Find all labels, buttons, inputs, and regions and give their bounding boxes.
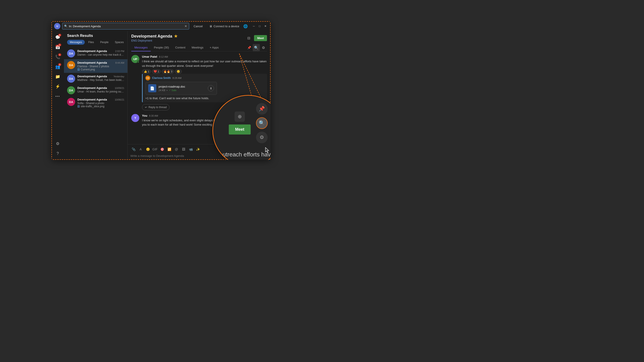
search-header-button[interactable]: 🔍 [253, 44, 260, 51]
zoom-pin-button[interactable]: 📌 [256, 103, 268, 115]
screenshot-button[interactable]: ⊟ [245, 34, 252, 41]
result-preview-5: Sofia - Shared a photo [77, 102, 124, 105]
zoom-settings-button[interactable]: ⚙ [256, 132, 268, 143]
app-window: U 🔍 ✕ Cancel 🖥 Connect to a device 🌐 ─ □… [52, 21, 270, 160]
settings-icon: ⚙ [56, 141, 60, 146]
ai-button[interactable]: ✨ [195, 146, 201, 152]
result-preview-1: Darren - can anyone help me track down o… [77, 53, 124, 56]
edge-icon: 🌐 [243, 24, 248, 28]
clear-search-button[interactable]: ✕ [184, 24, 187, 28]
filter-tab-messages[interactable]: Messages [67, 40, 85, 45]
filter-tab-people[interactable]: People [98, 40, 111, 45]
pin-header-icon[interactable]: 📌 [246, 44, 253, 51]
gif-button[interactable]: GIF [152, 146, 158, 152]
sidebar-item-files[interactable]: 📁 [53, 72, 62, 81]
mention-button[interactable]: @ [173, 146, 180, 152]
tab-apps[interactable]: + Apps [206, 44, 222, 51]
search-input[interactable] [69, 24, 183, 28]
reply-thread-button[interactable]: ↩ Reply to thread [142, 104, 170, 110]
minimize-button[interactable]: ─ [251, 24, 256, 28]
result-item-1[interactable]: DA Development Agenda 2:03 PM Darren - c… [64, 48, 128, 59]
zoom-meet-button[interactable]: Meet [229, 124, 250, 134]
heart-count: 1 [158, 70, 159, 73]
result-time-3: Yesterday [113, 75, 124, 78]
result-content-2: Development Agenda 8:44 AM Clarissa - Sh… [77, 61, 124, 71]
loop-button[interactable]: 🔁 [166, 146, 172, 152]
help-icon: ? [56, 151, 59, 156]
result-name-5: Development Agenda [77, 98, 107, 101]
reaction-fire[interactable]: 🔥🔥 3 [162, 69, 174, 74]
tab-messages[interactable]: Messages [131, 44, 151, 51]
result-item-2[interactable]: DA Development Agenda 8:44 AM Clarissa -… [64, 59, 128, 73]
quoted-author: Clarissa Smith [152, 76, 170, 79]
sidebar-item-calendar[interactable]: 📅 1 [53, 43, 62, 52]
meet-button[interactable]: Meet [254, 35, 267, 41]
result-item-3[interactable]: DA Development Agenda Yesterday Matthew … [64, 73, 128, 84]
cancel-button[interactable]: Cancel [191, 24, 205, 29]
sidebar-item-help[interactable]: ? [53, 149, 62, 158]
tab-content[interactable]: Content [172, 44, 188, 51]
image-button[interactable]: 🖼 [180, 146, 187, 152]
zoom-search-button[interactable]: 🔍 [256, 117, 268, 129]
format-button[interactable]: A [138, 146, 144, 152]
search-results-header: Search Results [64, 31, 128, 39]
result-file-2: 🖼 Current.png [77, 68, 124, 71]
video-button[interactable]: 📹 [188, 146, 194, 152]
chat-subtitle[interactable]: ENG Deployment [131, 39, 178, 42]
result-time-4: 10/09/21 [115, 87, 124, 89]
sidebar-item-chat[interactable]: 💬 5 [53, 33, 62, 42]
result-header-4: Development Agenda 10/09/21 [77, 86, 124, 90]
tab-meetings[interactable]: Meetings [188, 44, 206, 51]
result-avatar-2: DA [67, 61, 75, 69]
result-preview-4: Umar - Hi team, thanks for joining our f… [77, 90, 124, 93]
quoted-avatar: CS [145, 75, 150, 80]
file-size: 24 KB [158, 89, 165, 92]
result-content-3: Development Agenda Yesterday Matthew - H… [77, 75, 124, 81]
result-name-1: Development Agenda [77, 49, 107, 53]
result-content-5: Development Agenda 10/06/21 Sofia - Shar… [77, 98, 124, 108]
close-button[interactable]: ✕ [263, 24, 268, 28]
chat-tabs: Messages People (30) Content Meetings + … [131, 44, 267, 51]
tab-people[interactable]: People (30) [151, 44, 172, 51]
cursor-indicator [265, 147, 270, 154]
attach-button[interactable]: 📎 [130, 146, 137, 152]
file-attachment: 📄 project-roadmap.doc 24 KB • ✓ Safe [145, 82, 217, 95]
result-header-3: Development Agenda Yesterday [77, 75, 124, 78]
sidebar-item-people[interactable]: 👥 1 [53, 62, 62, 71]
connect-device-button[interactable]: 🖥 Connect to a device [207, 24, 242, 29]
quoted-time: 8:28 AM [172, 77, 181, 79]
sidebar-item-settings[interactable]: ⚙ [53, 139, 62, 148]
star-icon: ★ [174, 34, 178, 39]
download-button[interactable]: ⬇ [208, 85, 214, 91]
filter-tab-files[interactable]: Files [86, 40, 96, 45]
reaction-thumbsup[interactable]: 👍 1 [142, 69, 151, 74]
result-content-4: Development Agenda 10/09/21 Umar - Hi te… [77, 86, 124, 93]
result-avatar-5: DA [67, 98, 75, 106]
settings-header-button[interactable]: ⚙ [260, 44, 267, 51]
fire-count: 3 [171, 70, 172, 73]
calendar-badge: 1 [58, 43, 61, 46]
chat-header: Development Agenda ★ ENG Deployment ⊟ Me… [128, 31, 270, 51]
message-header-1: Umar Patel 8:12 AM [142, 55, 267, 58]
emoji-button[interactable]: 😊 [145, 146, 151, 152]
filter-tabs: Messages Files People Spaces ≡ [64, 39, 128, 47]
more-icon: ••• [56, 94, 60, 98]
search-bar[interactable]: 🔍 ✕ [62, 23, 189, 29]
quoted-header: CS Clarissa Smith 8:28 AM [145, 75, 264, 80]
sidebar-item-more[interactable]: ••• [53, 92, 62, 101]
sidebar-item-apps[interactable]: ⚡ [53, 82, 62, 91]
maximize-button[interactable]: □ [257, 24, 262, 28]
filter-tab-spaces[interactable]: Spaces [112, 40, 126, 45]
message-time-2: 8:30 AM [149, 114, 158, 117]
sticker-button[interactable]: 🎯 [159, 146, 165, 152]
result-item-5[interactable]: DA Development Agenda 10/06/21 Sofia - S… [64, 96, 128, 110]
reaction-smile[interactable]: 😊 [175, 69, 182, 74]
safe-badge: ✓ Safe [169, 89, 177, 92]
result-item-4[interactable]: DA Development Agenda 10/09/21 Umar - Hi… [64, 84, 128, 96]
result-name-3: Development Agenda [77, 75, 107, 78]
sidebar-item-calls[interactable]: 📞 1 [53, 52, 62, 61]
message-text-1: I think we should all take a moment to r… [142, 59, 267, 68]
reaction-heart[interactable]: ❤️ 1 [152, 69, 161, 74]
zoom-add-icon: ⊕ [234, 111, 245, 122]
avatar-initials-2: Y [134, 116, 136, 120]
